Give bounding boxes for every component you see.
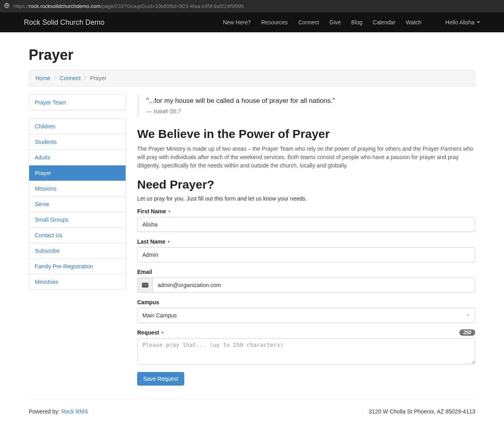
breadcrumb-current: Prayer [90,75,106,81]
page-title: Prayer [29,47,475,63]
sidebar-link[interactable]: Adults [29,150,126,165]
save-request-button[interactable]: Save Request [137,372,184,386]
nav-link-calendar[interactable]: Calendar [373,19,396,26]
sidebar-link[interactable]: Serve [29,197,126,212]
sidebar-link[interactable]: Subscribe [29,243,126,258]
sidebar-link[interactable]: Family Pre-Registration [29,259,126,274]
char-counter-badge: 250 [459,329,475,336]
sidebar-item: Missions [29,181,126,197]
nav-links: New Here? Resources Connect Give Blog Ca… [223,19,421,26]
sidebar-link[interactable]: Students [29,134,126,150]
section-heading-believe: We Believe in the Power of Prayer [137,127,475,141]
breadcrumb-home[interactable]: Home [35,75,50,81]
sidebar-link[interactable]: Children [29,119,126,134]
nav-link-resources[interactable]: Resources [261,19,288,26]
sidebar-item: Prayer [29,165,126,181]
sidebar-item: Contact Us [29,228,126,243]
sidebar-link[interactable]: Small Groups [29,212,126,227]
section-body-believe: The Prayer Ministry is made up of two ar… [137,145,475,170]
envelope-icon [137,278,152,293]
email-input[interactable] [152,278,475,293]
sidebar-item: Children [29,119,126,134]
breadcrumb: Home / Connect / Prayer [29,70,475,87]
powered-by: Powered by: Rock RMS [29,408,88,415]
campus-select[interactable] [137,308,475,323]
footer-address: 3120 W Cholla St Phoenix, AZ 85029-4113 [369,408,475,415]
scripture-quote: "...for my house will be called a house … [137,94,475,117]
first-name-input[interactable] [137,217,475,232]
sidebar-list-top: Prayer Team [29,94,126,110]
nav-link-newhere[interactable]: New Here? [223,19,251,26]
sidebar-item: Family Pre-Registration [29,259,126,274]
nav-link-give[interactable]: Give [329,19,341,26]
sidebar-link[interactable]: Prayer [29,165,126,181]
sidebar-link[interactable]: Contact Us [29,228,126,243]
request-label: Request • [137,329,163,336]
globe-icon [4,3,10,10]
sidebar-link[interactable]: Missions [29,181,126,196]
brand-title[interactable]: Rock Solid Church Demo [24,18,104,27]
sidebar-item: Serve [29,197,126,212]
sidebar-item: Ministries [29,274,126,289]
last-name-input[interactable] [137,247,475,262]
sidebar-item: Students [29,134,126,150]
nav-link-connect[interactable]: Connect [298,19,319,26]
top-navigation: Rock Solid Church Demo New Here? Resourc… [0,12,504,32]
sidebar-item: Adults [29,150,126,165]
sidebar-list-main: ChildrenStudentsAdultsPrayerMissionsServ… [29,118,126,290]
section-sub-need: Let us pray for you. Just fill out this … [137,195,475,202]
first-name-label: First Name • [137,208,475,215]
sidebar-item: Subscribe [29,243,126,259]
email-label: Email [137,269,475,275]
sidebar: Prayer Team ChildrenStudentsAdultsPrayer… [29,94,126,386]
main-content: "...for my house will be called a house … [137,94,475,386]
breadcrumb-connect[interactable]: Connect [60,75,81,81]
last-name-label: Last Name • [137,238,475,245]
url-text[interactable]: https://rock.rocksolidchurchdemo.com/pag… [14,3,244,9]
browser-address-bar: https://rock.rocksolidchurchdemo.com/pag… [0,0,504,12]
campus-label: Campus [137,299,475,305]
request-textarea[interactable] [137,338,475,364]
section-heading-need: Need Prayer? [137,178,475,191]
nav-link-blog[interactable]: Blog [351,19,362,26]
sidebar-item: Small Groups [29,212,126,228]
footer: Powered by: Rock RMS 3120 W Cholla St Ph… [29,399,475,431]
nav-link-watch[interactable]: Watch [406,19,421,26]
sidebar-link[interactable]: Ministries [29,274,126,289]
rock-rms-link[interactable]: Rock RMS [61,408,88,415]
sidebar-item-prayerteam: Prayer Team [29,95,126,110]
caret-down-icon [477,22,480,23]
user-menu[interactable]: Hello Alisha [445,19,480,26]
